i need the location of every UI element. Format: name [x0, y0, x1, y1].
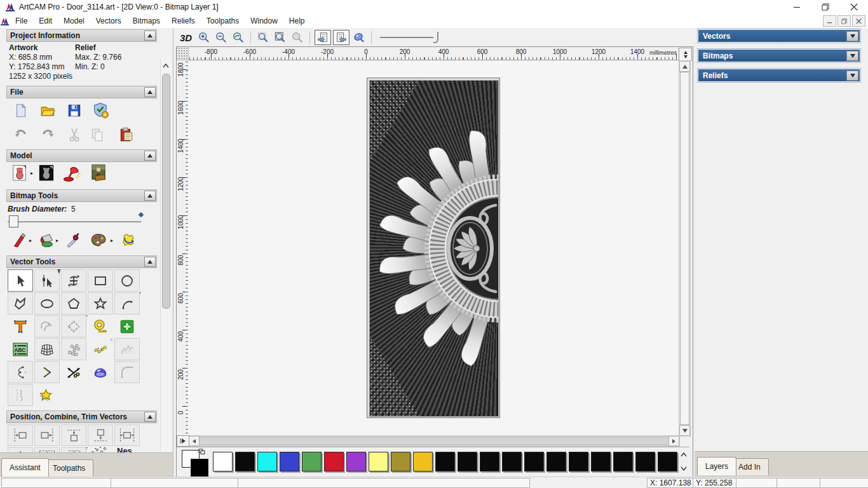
spin-profile-button[interactable] [8, 384, 33, 406]
align-top-button[interactable] [61, 424, 86, 446]
vertical-scrollbar[interactable] [679, 60, 691, 437]
view-corner-button[interactable] [177, 435, 189, 447]
slider-handle[interactable] [433, 32, 438, 43]
tab-layers[interactable]: Layers [697, 457, 736, 475]
scroll-up-chevron-icon[interactable] [161, 61, 170, 70]
align-right-button[interactable] [34, 424, 60, 446]
palette-swatch[interactable] [635, 452, 655, 471]
zoom-fit-button[interactable] [273, 30, 288, 45]
spinner-up-icon[interactable] [684, 51, 688, 54]
align-centre-button[interactable] [114, 424, 140, 446]
palette-swatch[interactable] [391, 452, 410, 471]
horizontal-scrollbar[interactable] [188, 435, 680, 447]
brush-diameter-slider[interactable] [8, 221, 141, 222]
paste-button[interactable] [116, 125, 137, 145]
palette-swatch[interactable] [213, 452, 233, 471]
collapse-button[interactable] [144, 87, 156, 97]
palette-swatch[interactable] [480, 452, 499, 471]
child-close-button[interactable] [852, 15, 865, 27]
toggle-bitmap-view-button[interactable] [315, 30, 331, 45]
reduce-colours-button[interactable] [117, 230, 139, 250]
palette-swatch[interactable] [235, 452, 255, 471]
collapse-button[interactable] [144, 30, 156, 41]
unwrap-vectors-button[interactable] [114, 338, 140, 360]
scroll-down-button[interactable] [679, 425, 690, 436]
secondary-colour-swatch[interactable] [191, 459, 208, 477]
palette-scrollbar[interactable] [678, 449, 688, 476]
reliefs-panel-header[interactable]: Reliefs [698, 69, 860, 82]
distort-vectors-button[interactable] [34, 338, 60, 360]
palette-swatch[interactable] [413, 452, 433, 471]
expand-button[interactable] [846, 71, 858, 81]
palette-swatch[interactable] [369, 452, 388, 471]
fillet-vectors-button[interactable] [114, 361, 140, 383]
child-restore-button[interactable] [837, 15, 851, 27]
close-button[interactable] [839, 0, 868, 14]
colour-palette-button[interactable] [88, 230, 109, 250]
menu-vectors[interactable]: Vectors [90, 15, 127, 27]
new-model-button[interactable] [10, 100, 32, 121]
palette-swatch[interactable] [524, 452, 544, 471]
create-polyline-button[interactable] [8, 292, 33, 315]
save-model-button[interactable] [64, 100, 85, 121]
select-vectors-button[interactable] [8, 269, 33, 292]
create-ellipse-button[interactable] [34, 292, 60, 315]
zoom-previous-button[interactable] [231, 30, 246, 45]
palette-swatch[interactable] [591, 452, 611, 471]
palette-swatch[interactable] [324, 452, 344, 471]
bitmaps-panel-header[interactable]: Bitmaps [698, 49, 860, 62]
drawing-canvas[interactable] [188, 60, 679, 435]
align-left-button[interactable] [8, 424, 33, 446]
menu-help[interactable]: Help [283, 15, 311, 27]
palette-swatch[interactable] [346, 452, 366, 471]
menu-toolpaths[interactable]: Toolpaths [201, 15, 245, 27]
adjust-model-button[interactable] [36, 163, 57, 183]
menu-bitmaps[interactable]: Bitmaps [127, 15, 166, 27]
collapse-button[interactable] [144, 257, 156, 267]
menu-window[interactable]: Window [245, 15, 283, 27]
collapse-button[interactable] [144, 191, 156, 201]
create-star-button[interactable] [88, 292, 113, 315]
zoom-selection-button[interactable] [290, 30, 305, 45]
palette-swatch[interactable] [569, 452, 588, 471]
scrollbar-thumb[interactable] [199, 437, 669, 445]
preview-relief-button[interactable] [351, 30, 367, 45]
assistant-scrollbar[interactable] [160, 58, 171, 480]
create-text-block-button[interactable]: ABC [8, 338, 33, 360]
palette-swatch[interactable] [546, 452, 566, 471]
paint-button[interactable] [9, 230, 31, 250]
expand-button[interactable] [846, 51, 858, 61]
interactive-trim-button[interactable] [88, 361, 113, 383]
toggle-vector-view-button[interactable] [333, 30, 349, 45]
join-vectors-button[interactable] [34, 361, 60, 383]
vectors-panel-header[interactable]: Vectors [698, 29, 860, 43]
restore-button[interactable] [811, 0, 839, 14]
trim-vectors-button[interactable] [61, 361, 86, 383]
measure-shape-button[interactable] [61, 315, 86, 337]
palette-swatch[interactable] [435, 452, 455, 471]
node-editing-button[interactable] [34, 269, 60, 292]
collapse-button[interactable] [144, 412, 156, 422]
expand-button[interactable] [846, 31, 858, 41]
scrollbar-thumb[interactable] [680, 72, 689, 425]
tab-toolpaths[interactable]: Toolpaths [44, 459, 93, 477]
child-minimize-button[interactable] [823, 15, 836, 27]
menu-model[interactable]: Model [58, 15, 90, 27]
brush-slider-handle[interactable] [9, 215, 18, 227]
measure-tool-button[interactable] [88, 315, 113, 337]
create-arc-button[interactable] [114, 292, 140, 315]
palette-swatch[interactable] [658, 452, 677, 471]
collapse-button[interactable] [144, 151, 156, 161]
primary-secondary-colour-indicator[interactable] [182, 450, 211, 475]
scrollbar-thumb[interactable] [162, 74, 170, 309]
open-model-button[interactable] [37, 100, 58, 121]
door-artwork[interactable] [367, 78, 500, 418]
palette-swatch[interactable] [458, 452, 477, 471]
zoom-window-button[interactable] [255, 30, 271, 45]
switch-3d-view-button[interactable]: 3D [177, 32, 194, 43]
menu-file[interactable]: File [10, 15, 33, 27]
block-copy-button[interactable] [61, 338, 86, 360]
model-options-button[interactable] [90, 100, 112, 121]
zoom-in-button[interactable] [196, 30, 212, 45]
link-colours-icon[interactable] [198, 449, 206, 455]
